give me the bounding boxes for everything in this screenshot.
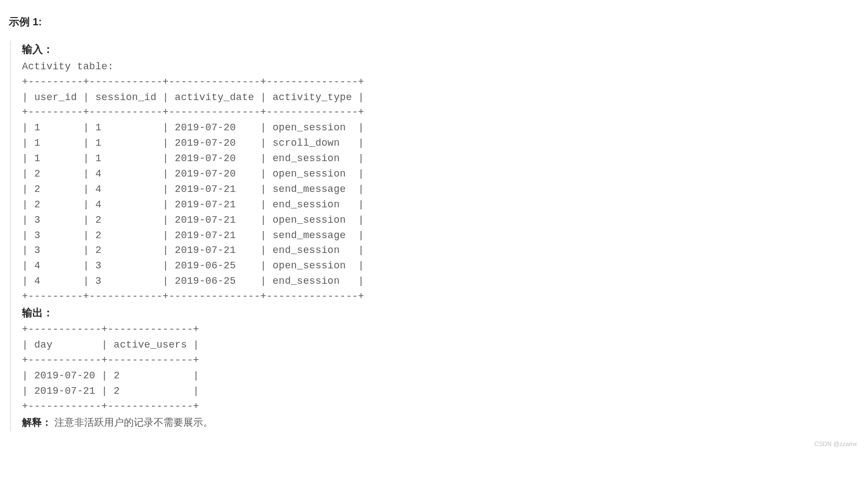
output-table: +------------+--------------+ | day | ac… (22, 322, 859, 414)
explain-label: 解释： (22, 417, 52, 428)
input-label: 输入： (22, 43, 53, 55)
example-title: 示例 1: (9, 14, 859, 30)
watermark: CSDN @zzamx (815, 439, 857, 444)
input-table: +---------+------------+---------------+… (22, 75, 859, 305)
explain-text: 注意非活跃用户的记录不需要展示。 (54, 417, 213, 428)
example-content: 输入： Activity table: +---------+---------… (10, 41, 859, 430)
output-label: 输出： (22, 307, 53, 318)
input-table-name: Activity table: (22, 59, 859, 75)
